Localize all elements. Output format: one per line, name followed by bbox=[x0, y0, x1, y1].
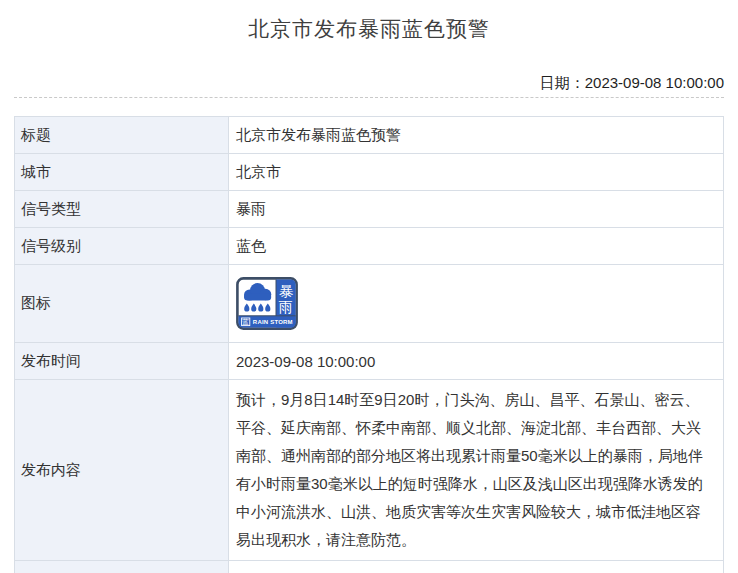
field-label-publisher: 发布者 bbox=[15, 561, 229, 573]
rainstorm-blue-warning-icon: 暴 雨 蓝 RAIN STORM bbox=[236, 277, 298, 330]
field-label-signal-type: 信号类型 bbox=[15, 191, 229, 228]
icon-char-bao: 暴 bbox=[279, 283, 294, 299]
table-row-signal-level: 信号级别 蓝色 bbox=[15, 228, 724, 265]
date-line: 日期：2023-09-08 10:00:00 bbox=[14, 73, 724, 93]
field-value-title: 北京市发布暴雨蓝色预警 bbox=[229, 117, 724, 154]
table-row-publish-time: 发布时间 2023-09-08 10:00:00 bbox=[15, 343, 724, 380]
icon-char-yu: 雨 bbox=[279, 299, 294, 315]
field-value-publish-content: 预计，9月8日14时至9日20时，门头沟、房山、昌平、石景山、密云、平谷、延庆南… bbox=[229, 380, 724, 561]
table-row-city: 城市 北京市 bbox=[15, 154, 724, 191]
field-label-publish-time: 发布时间 bbox=[15, 343, 229, 380]
field-value-signal-type: 暴雨 bbox=[229, 191, 724, 228]
icon-english-label: RAIN STORM bbox=[253, 319, 293, 325]
table-row-icon: 图标 bbox=[15, 265, 724, 343]
field-label-title: 标题 bbox=[15, 117, 229, 154]
field-label-publish-content: 发布内容 bbox=[15, 380, 229, 561]
field-value-icon: 暴 雨 蓝 RAIN STORM bbox=[229, 265, 724, 343]
page-title: 北京市发布暴雨蓝色预警 bbox=[0, 15, 738, 43]
table-row-publish-content: 发布内容 预计，9月8日14时至9日20时，门头沟、房山、昌平、石景山、密云、平… bbox=[15, 380, 724, 561]
field-value-signal-level: 蓝色 bbox=[229, 228, 724, 265]
icon-level-char: 蓝 bbox=[241, 318, 249, 326]
field-value-publisher: 郭锐 bbox=[229, 561, 724, 573]
field-label-icon: 图标 bbox=[15, 265, 229, 343]
table-row-title: 标题 北京市发布暴雨蓝色预警 bbox=[15, 117, 724, 154]
weather-alert-page: 北京市发布暴雨蓝色预警 日期：2023-09-08 10:00:00 标题 北京… bbox=[0, 0, 738, 573]
field-value-publish-time: 2023-09-08 10:00:00 bbox=[229, 343, 724, 380]
field-label-city: 城市 bbox=[15, 154, 229, 191]
field-label-signal-level: 信号级别 bbox=[15, 228, 229, 265]
table-row-signal-type: 信号类型 暴雨 bbox=[15, 191, 724, 228]
alert-detail-table: 标题 北京市发布暴雨蓝色预警 城市 北京市 信号类型 暴雨 信号级别 蓝色 图标 bbox=[14, 116, 724, 573]
table-row-publisher: 发布者 郭锐 bbox=[15, 561, 724, 573]
field-value-city: 北京市 bbox=[229, 154, 724, 191]
dashed-separator bbox=[14, 97, 724, 98]
